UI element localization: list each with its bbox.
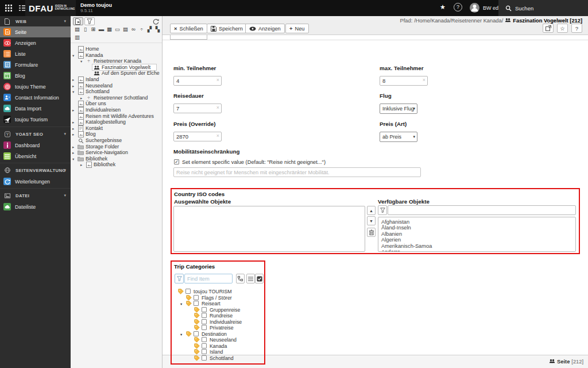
category-filter-button[interactable] (175, 274, 184, 283)
tree-item-suchergebnisse[interactable]: Suchergebnisse (71, 137, 163, 144)
tree-item-neuseeland[interactable]: ▸ Neuseeland (71, 83, 163, 89)
expander-open-icon[interactable]: ▾ (72, 52, 74, 59)
drag-new-shortcut-icon[interactable]: ▤ (122, 26, 129, 32)
sidebar-item-weiterleitungen[interactable]: Weiterleitungen (0, 176, 71, 187)
min-teilnehmer-input[interactable] (173, 76, 222, 86)
search-box[interactable]: Suchen (498, 0, 588, 16)
tree-item-schottland[interactable]: ▾ Schottland (71, 89, 163, 95)
clear-icon[interactable]: × (423, 77, 425, 83)
new-page-button[interactable] (73, 17, 83, 25)
tree-item-katalogbestellung[interactable]: ▸ Katalogbestellung (71, 119, 163, 125)
mobilitaet-field[interactable] (173, 167, 421, 177)
list-item[interactable]: Algerien (381, 237, 401, 243)
expander-closed-icon[interactable]: ▸ (72, 144, 74, 150)
category-individualreise[interactable]: Individualreise (163, 319, 266, 325)
avatar[interactable] (470, 3, 479, 13)
tree-item-blog[interactable]: ▸ Blog (71, 131, 163, 137)
drag-new-person-icon[interactable]: ▚ (154, 26, 161, 32)
category-island[interactable]: Island (163, 349, 266, 355)
expander-closed-icon[interactable]: ▸ (72, 150, 74, 156)
expander-closed-icon[interactable]: ▸ (72, 119, 74, 125)
sidebar-item-data-import[interactable]: Data Import (0, 103, 71, 114)
category-find-input[interactable] (184, 274, 233, 283)
list-view-button[interactable] (246, 274, 255, 283)
available-filter-field[interactable] (388, 205, 576, 215)
collapse-caret-icon[interactable]: ▾ (64, 193, 66, 198)
collapse-caret-icon[interactable]: ▾ (64, 19, 66, 24)
drag-new-page-icon[interactable]: ▬ (98, 26, 105, 32)
category-checkbox[interactable] (185, 289, 191, 294)
save-button[interactable]: Speichern (207, 24, 247, 33)
drag-new-page-icon[interactable]: ▤ (74, 26, 81, 32)
category-checkbox[interactable] (194, 295, 199, 300)
reisedauer-input[interactable] (173, 103, 222, 113)
drag-new-page-icon[interactable]: ⊞ (90, 26, 97, 32)
expander-open-icon[interactable]: ▾ (80, 58, 82, 64)
expander-closed-icon[interactable]: ▸ (72, 83, 74, 89)
tree-item-auf-den-spuren-der-elche[interactable]: Auf den Spuren der Elche (71, 70, 163, 76)
reisedauer-field[interactable]: × (173, 103, 222, 113)
tree-item-storage-folder[interactable]: ▸ Storage Folder (71, 144, 163, 150)
sidebar-item-liste[interactable]: Liste (0, 48, 71, 59)
selected-objects-listbox[interactable] (173, 206, 365, 252)
category-destination[interactable]: ▾ Destination (163, 331, 266, 338)
section-header-seitenverwaltung[interactable]: SEITENVERWALTUNG ▾ (0, 165, 71, 175)
tree-item-faszination-vogelwelt[interactable]: Faszination Vogelwelt (71, 64, 163, 71)
view-button[interactable]: Anzeigen (245, 24, 285, 33)
preis-override-input[interactable] (173, 132, 222, 141)
new-button[interactable]: + Neu (285, 24, 309, 33)
move-up-button[interactable]: ▲ (367, 206, 376, 215)
sidebar-item-anzeigen[interactable]: Anzeigen (0, 37, 71, 48)
drag-new-trip-icon[interactable]: ▞ (146, 26, 153, 32)
expander-closed-icon[interactable]: ▸ (72, 107, 74, 113)
mobilitaet-input[interactable] (173, 167, 421, 177)
preis-override-field[interactable]: × (173, 132, 222, 141)
toggle-checkboxes-button[interactable] (255, 274, 264, 283)
category-checkbox[interactable] (202, 325, 207, 330)
tree-item-ueber-uns[interactable]: Über uns (71, 101, 163, 107)
category-flags-stoerer[interactable]: Flags / Störer (163, 295, 266, 301)
category-checkbox[interactable] (202, 337, 207, 342)
sidebar-item-dashboard[interactable]: Dashboard (0, 140, 71, 151)
list-item[interactable]: Afghanistan (381, 219, 409, 225)
category-find-field[interactable] (184, 274, 233, 283)
collapse-caret-icon[interactable]: ▾ (64, 168, 66, 172)
category-checkbox[interactable] (202, 313, 207, 318)
available-filter-button[interactable] (378, 205, 387, 215)
category-reiseart[interactable]: ▾ Reiseart (163, 301, 266, 307)
sidebar-item-toujou-theme[interactable]: toujou Theme (0, 81, 71, 92)
category-kanada[interactable]: Kanada (163, 343, 266, 350)
sidebar-item-seite[interactable]: Seite (0, 26, 71, 37)
clear-icon[interactable]: × (216, 133, 219, 139)
tree-item-island[interactable]: ▸ Island (71, 76, 163, 83)
available-filter-input[interactable] (388, 205, 576, 215)
min-teilnehmer-field[interactable]: × (173, 76, 222, 86)
category-schottland[interactable]: Schottland (163, 355, 266, 362)
category-checkbox[interactable] (202, 319, 207, 324)
flug-select[interactable]: Inklusive Flug ▾ (380, 103, 417, 114)
expander-open-icon[interactable]: ▾ (72, 156, 74, 162)
sidebar-item-uebersicht[interactable]: Übersicht (0, 151, 71, 162)
sidebar-item-toujou-tourism[interactable]: toujou Tourism (0, 114, 71, 125)
expander-closed-icon[interactable]: ▸ (72, 131, 74, 137)
expander-open-icon[interactable]: ▾ (180, 332, 182, 338)
drag-new-folder-icon[interactable]: ▭ (114, 26, 121, 32)
category-gruppenreise[interactable]: Gruppenreise (163, 307, 266, 313)
list-item[interactable]: Andorra (381, 249, 400, 252)
clear-icon[interactable]: × (216, 77, 219, 83)
help-button[interactable]: ? (571, 24, 582, 33)
max-teilnehmer-field[interactable]: × (380, 76, 428, 86)
help-icon[interactable]: ? (454, 3, 462, 12)
sidebar-item-dateiliste[interactable]: Dateiliste (0, 201, 71, 212)
list-item[interactable]: Albanien (381, 231, 402, 237)
tree-item-kanada[interactable]: ▾ Kanada (71, 52, 163, 59)
expand-tree-button[interactable] (236, 274, 245, 283)
collapse-caret-icon[interactable]: ▾ (64, 132, 66, 136)
category-checkbox[interactable] (202, 349, 207, 354)
set-specific-value-checkbox[interactable]: ✓ (174, 159, 179, 164)
category-toujou-tourism[interactable]: toujou TOURISM (163, 289, 266, 295)
available-objects-listbox[interactable]: Afghanistan Åland-Inseln Albanien Algeri… (378, 217, 576, 252)
section-header-web[interactable]: WEB ▾ (0, 16, 71, 26)
clear-icon[interactable]: × (216, 105, 219, 110)
tree-item-service-navigation[interactable]: ▸ Service-Navigation (71, 150, 163, 156)
